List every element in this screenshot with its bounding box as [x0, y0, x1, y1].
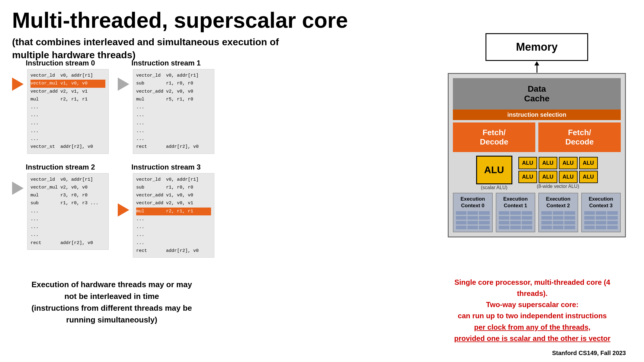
exec-context-title-1: ExecutionContext 1 — [499, 196, 533, 209]
memory-arrow — [448, 61, 626, 73]
exec-context-2: ExecutionContext 2 — [538, 193, 578, 232]
stream-row-bottom: Instruction stream 2 vector_ld v0, addr[… — [12, 163, 223, 258]
alu-scalar-label: (scalar ALU) — [481, 185, 507, 190]
bottom-right-line1: Single core processor, multi-threaded co… — [439, 277, 626, 299]
stream-block-2: Instruction stream 2 vector_ld v0, addr[… — [12, 163, 109, 258]
memory-label: Memory — [516, 41, 558, 53]
exec-registers-3 — [584, 211, 618, 229]
alu-vector-label: (8-wide vector ALU) — [537, 184, 579, 189]
bottom-right-line5: provided one is scalar and the other is … — [439, 333, 626, 344]
exec-context-1: ExecutionContext 1 — [496, 193, 536, 232]
data-cache-label: DataCache — [524, 84, 549, 103]
exec-registers-0 — [456, 211, 490, 229]
alu-v5: ALU — [518, 171, 537, 183]
stream-arrow-2 — [12, 182, 24, 195]
alu-vector-group: ALU ALU ALU ALU ALU ALU ALU ALU — [518, 157, 598, 183]
stream-block-1: Instruction stream 1 vector_ld v0, addr[… — [118, 59, 214, 154]
page-subtitle: (that combines interleaved and simultane… — [12, 36, 279, 62]
bottom-right-line2: Two-way superscalar core: — [439, 299, 626, 310]
bottom-right-line5-text: provided one is scalar and the other is … — [454, 334, 610, 342]
alu-v7: ALU — [559, 171, 578, 183]
streams-container: Instruction stream 0 vector_ld v0, addr[… — [12, 59, 223, 264]
arrow-head-up — [534, 61, 539, 65]
data-cache: DataCache — [453, 78, 621, 110]
page-title: Multi-threaded, superscalar core — [12, 8, 348, 32]
stream-title-3: Instruction stream 3 — [118, 163, 214, 171]
alu-v6: ALU — [539, 171, 557, 183]
bottom-right-line3: can run up to two independent instructio… — [439, 310, 626, 321]
stream-row-top: Instruction stream 0 vector_ld v0, addr[… — [12, 59, 223, 154]
stream-title-2: Instruction stream 2 — [12, 163, 109, 171]
bottom-right-line4-text: per clock from any of the threads, — [474, 323, 590, 331]
chip-box: DataCache instruction selection Fetch/De… — [448, 73, 626, 237]
stream-content-0: vector_ld v0, addr[r1]vector_mul v1, v0,… — [27, 69, 109, 154]
stream-content-3: vector_ld v0, addr[r1] sub r1, r0, r0 ve… — [133, 173, 214, 258]
bottom-right-line4: per clock from any of the threads, — [439, 322, 626, 333]
alu-v8: ALU — [579, 171, 598, 183]
fetch-decode-0: Fetch/Decode — [453, 122, 535, 152]
stream-arrow-3 — [118, 203, 129, 217]
stream-block-3: Instruction stream 3 vector_ld v0, addr[… — [118, 163, 214, 258]
bottom-right-text: Single core processor, multi-threaded co… — [439, 277, 626, 344]
exec-contexts-row: ExecutionContext 0 ExecutionContext 1 — [453, 193, 621, 232]
vert-line-1 — [537, 65, 537, 73]
alu-vector-row-1: ALU ALU ALU ALU — [518, 157, 598, 169]
stream-block-0: Instruction stream 0 vector_ld v0, addr[… — [12, 59, 109, 154]
alu-v2: ALU — [539, 157, 557, 169]
stream-title-0: Instruction stream 0 — [12, 59, 109, 67]
bottom-execution-text: Execution of hardware threads may or may… — [12, 279, 211, 326]
exec-registers-1 — [499, 211, 533, 229]
alu-v3: ALU — [559, 157, 578, 169]
instruction-selection-bar: instruction selection — [453, 110, 621, 120]
fetch-decode-1: Fetch/Decode — [538, 122, 621, 152]
stream-arrow-0 — [12, 78, 24, 91]
memory-box: Memory — [485, 33, 588, 61]
stream-arrow-1 — [118, 78, 129, 91]
alu-row: ALU (scalar ALU) ALU ALU ALU ALU ALU ALU… — [453, 156, 621, 190]
fetch-decode-row: Fetch/Decode Fetch/Decode — [453, 122, 621, 152]
stream-content-2: vector_ld v0, addr[r1] vector_mul v2, v0… — [27, 173, 109, 250]
exec-registers-2 — [541, 211, 575, 229]
exec-context-title-3: ExecutionContext 3 — [584, 196, 618, 209]
footer: Stanford CS149, Fall 2023 — [552, 350, 626, 357]
exec-context-title-0: ExecutionContext 0 — [456, 196, 490, 209]
alu-scalar: ALU — [476, 156, 512, 184]
alu-vector-row-2: ALU ALU ALU ALU — [518, 171, 598, 183]
exec-context-3: ExecutionContext 3 — [581, 193, 621, 232]
exec-context-title-2: ExecutionContext 2 — [541, 196, 575, 209]
alu-v1: ALU — [518, 157, 537, 169]
instruction-selection-label: instruction selection — [507, 111, 566, 118]
exec-context-0: ExecutionContext 0 — [453, 193, 493, 232]
stream-content-1: vector_ld v0, addr[r1] sub r1, r0, r0 ve… — [133, 69, 214, 154]
alu-v4: ALU — [579, 157, 598, 169]
stream-title-1: Instruction stream 1 — [118, 59, 214, 67]
diagram-container: Memory DataCache instruction selection F… — [448, 33, 626, 237]
